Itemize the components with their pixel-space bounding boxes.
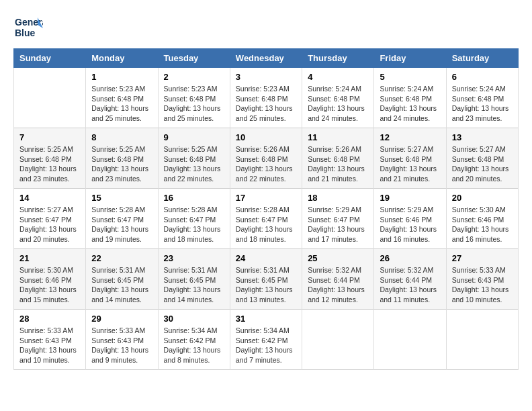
- day-number: 11: [308, 132, 368, 142]
- day-info: Sunrise: 5:28 AMSunset: 6:47 PMDaylight:…: [236, 205, 296, 244]
- calendar-day-22: 22Sunrise: 5:31 AMSunset: 6:45 PMDayligh…: [86, 249, 158, 310]
- calendar-week-row: 7Sunrise: 5:25 AMSunset: 6:48 PMDaylight…: [14, 128, 519, 189]
- calendar-day-2: 2Sunrise: 5:23 AMSunset: 6:48 PMDaylight…: [158, 68, 230, 128]
- weekday-header-saturday: Saturday: [446, 49, 518, 68]
- day-number: 14: [19, 193, 80, 203]
- day-number: 3: [236, 72, 296, 82]
- calendar-day-8: 8Sunrise: 5:25 AMSunset: 6:48 PMDaylight…: [86, 128, 158, 189]
- day-number: 20: [452, 193, 513, 203]
- calendar-day-24: 24Sunrise: 5:31 AMSunset: 6:45 PMDayligh…: [230, 249, 302, 310]
- day-number: 18: [308, 193, 368, 203]
- day-number: 26: [380, 253, 440, 263]
- page-header: General Blue: [13, 13, 519, 43]
- day-info: Sunrise: 5:24 AMSunset: 6:48 PMDaylight:…: [452, 84, 513, 124]
- calendar-day-31: 31Sunrise: 5:34 AMSunset: 6:42 PMDayligh…: [230, 310, 302, 370]
- weekday-header-friday: Friday: [374, 49, 446, 68]
- weekday-header-thursday: Thursday: [302, 49, 374, 68]
- weekday-header-monday: Monday: [86, 49, 158, 68]
- day-info: Sunrise: 5:26 AMSunset: 6:48 PMDaylight:…: [308, 144, 368, 184]
- day-number: 8: [91, 132, 152, 142]
- day-number: 2: [164, 72, 224, 82]
- day-info: Sunrise: 5:24 AMSunset: 6:48 PMDaylight:…: [308, 84, 368, 124]
- day-info: Sunrise: 5:23 AMSunset: 6:48 PMDaylight:…: [164, 84, 224, 124]
- logo: General Blue: [13, 13, 43, 43]
- day-number: 30: [164, 314, 224, 324]
- day-number: 15: [91, 193, 152, 203]
- calendar-day-15: 15Sunrise: 5:28 AMSunset: 6:47 PMDayligh…: [86, 189, 158, 249]
- day-number: 7: [19, 132, 80, 142]
- calendar-day-9: 9Sunrise: 5:25 AMSunset: 6:48 PMDaylight…: [158, 128, 230, 189]
- day-info: Sunrise: 5:28 AMSunset: 6:47 PMDaylight:…: [91, 205, 152, 244]
- calendar-day-17: 17Sunrise: 5:28 AMSunset: 6:47 PMDayligh…: [230, 189, 302, 249]
- calendar-day-28: 28Sunrise: 5:33 AMSunset: 6:43 PMDayligh…: [14, 310, 86, 370]
- calendar-day-3: 3Sunrise: 5:23 AMSunset: 6:48 PMDaylight…: [230, 68, 302, 128]
- calendar-day-19: 19Sunrise: 5:29 AMSunset: 6:46 PMDayligh…: [374, 189, 446, 249]
- calendar-day-29: 29Sunrise: 5:33 AMSunset: 6:43 PMDayligh…: [86, 310, 158, 370]
- calendar-week-row: 21Sunrise: 5:30 AMSunset: 6:46 PMDayligh…: [14, 249, 519, 310]
- day-info: Sunrise: 5:31 AMSunset: 6:45 PMDaylight:…: [164, 265, 224, 305]
- day-number: 19: [380, 193, 440, 203]
- day-info: Sunrise: 5:31 AMSunset: 6:45 PMDaylight:…: [91, 265, 152, 305]
- day-info: Sunrise: 5:25 AMSunset: 6:48 PMDaylight:…: [91, 144, 152, 184]
- day-info: Sunrise: 5:27 AMSunset: 6:47 PMDaylight:…: [19, 205, 80, 244]
- calendar-table: SundayMondayTuesdayWednesdayThursdayFrid…: [13, 48, 519, 370]
- calendar-day-14: 14Sunrise: 5:27 AMSunset: 6:47 PMDayligh…: [14, 189, 86, 249]
- calendar-day-20: 20Sunrise: 5:30 AMSunset: 6:46 PMDayligh…: [446, 189, 518, 249]
- day-number: 31: [236, 314, 296, 324]
- day-number: 21: [19, 253, 80, 263]
- empty-day-cell: [374, 310, 446, 370]
- day-info: Sunrise: 5:28 AMSunset: 6:47 PMDaylight:…: [164, 205, 224, 244]
- day-number: 16: [164, 193, 224, 203]
- day-info: Sunrise: 5:23 AMSunset: 6:48 PMDaylight:…: [236, 84, 296, 124]
- calendar-day-18: 18Sunrise: 5:29 AMSunset: 6:47 PMDayligh…: [302, 189, 374, 249]
- day-number: 10: [236, 132, 296, 142]
- calendar-day-23: 23Sunrise: 5:31 AMSunset: 6:45 PMDayligh…: [158, 249, 230, 310]
- day-number: 1: [91, 72, 152, 82]
- day-number: 9: [164, 132, 224, 142]
- calendar-day-1: 1Sunrise: 5:23 AMSunset: 6:48 PMDaylight…: [86, 68, 158, 128]
- day-number: 4: [308, 72, 368, 82]
- day-info: Sunrise: 5:33 AMSunset: 6:43 PMDaylight:…: [91, 326, 152, 365]
- calendar-day-10: 10Sunrise: 5:26 AMSunset: 6:48 PMDayligh…: [230, 128, 302, 189]
- day-info: Sunrise: 5:26 AMSunset: 6:48 PMDaylight:…: [236, 144, 296, 184]
- day-info: Sunrise: 5:25 AMSunset: 6:48 PMDaylight:…: [19, 144, 80, 184]
- day-number: 29: [91, 314, 152, 324]
- day-info: Sunrise: 5:32 AMSunset: 6:44 PMDaylight:…: [308, 265, 368, 305]
- day-number: 27: [452, 253, 513, 263]
- calendar-week-row: 14Sunrise: 5:27 AMSunset: 6:47 PMDayligh…: [14, 189, 519, 249]
- calendar-week-row: 28Sunrise: 5:33 AMSunset: 6:43 PMDayligh…: [14, 310, 519, 370]
- calendar-day-16: 16Sunrise: 5:28 AMSunset: 6:47 PMDayligh…: [158, 189, 230, 249]
- day-info: Sunrise: 5:30 AMSunset: 6:46 PMDaylight:…: [19, 265, 80, 305]
- day-info: Sunrise: 5:27 AMSunset: 6:48 PMDaylight:…: [452, 144, 513, 184]
- calendar-day-4: 4Sunrise: 5:24 AMSunset: 6:48 PMDaylight…: [302, 68, 374, 128]
- day-info: Sunrise: 5:27 AMSunset: 6:48 PMDaylight:…: [380, 144, 440, 184]
- calendar-day-7: 7Sunrise: 5:25 AMSunset: 6:48 PMDaylight…: [14, 128, 86, 189]
- calendar-day-21: 21Sunrise: 5:30 AMSunset: 6:46 PMDayligh…: [14, 249, 86, 310]
- day-info: Sunrise: 5:24 AMSunset: 6:48 PMDaylight:…: [380, 84, 440, 124]
- day-number: 5: [380, 72, 440, 82]
- calendar-week-row: 1Sunrise: 5:23 AMSunset: 6:48 PMDaylight…: [14, 68, 519, 128]
- day-info: Sunrise: 5:23 AMSunset: 6:48 PMDaylight:…: [91, 84, 152, 124]
- calendar-day-11: 11Sunrise: 5:26 AMSunset: 6:48 PMDayligh…: [302, 128, 374, 189]
- weekday-header-tuesday: Tuesday: [158, 49, 230, 68]
- day-info: Sunrise: 5:32 AMSunset: 6:44 PMDaylight:…: [380, 265, 440, 305]
- day-number: 28: [19, 314, 80, 324]
- day-number: 6: [452, 72, 513, 82]
- calendar-day-5: 5Sunrise: 5:24 AMSunset: 6:48 PMDaylight…: [374, 68, 446, 128]
- day-number: 24: [236, 253, 296, 263]
- calendar-day-12: 12Sunrise: 5:27 AMSunset: 6:48 PMDayligh…: [374, 128, 446, 189]
- day-number: 12: [380, 132, 440, 142]
- calendar-day-30: 30Sunrise: 5:34 AMSunset: 6:42 PMDayligh…: [158, 310, 230, 370]
- svg-text:Blue: Blue: [15, 28, 36, 38]
- day-info: Sunrise: 5:29 AMSunset: 6:47 PMDaylight:…: [308, 205, 368, 244]
- day-number: 25: [308, 253, 368, 263]
- weekday-header-wednesday: Wednesday: [230, 49, 302, 68]
- calendar-day-6: 6Sunrise: 5:24 AMSunset: 6:48 PMDaylight…: [446, 68, 518, 128]
- day-number: 23: [164, 253, 224, 263]
- weekday-header-sunday: Sunday: [14, 49, 86, 68]
- day-number: 17: [236, 193, 296, 203]
- day-info: Sunrise: 5:31 AMSunset: 6:45 PMDaylight:…: [236, 265, 296, 305]
- calendar-day-27: 27Sunrise: 5:33 AMSunset: 6:43 PMDayligh…: [446, 249, 518, 310]
- empty-day-cell: [302, 310, 374, 370]
- day-number: 22: [91, 253, 152, 263]
